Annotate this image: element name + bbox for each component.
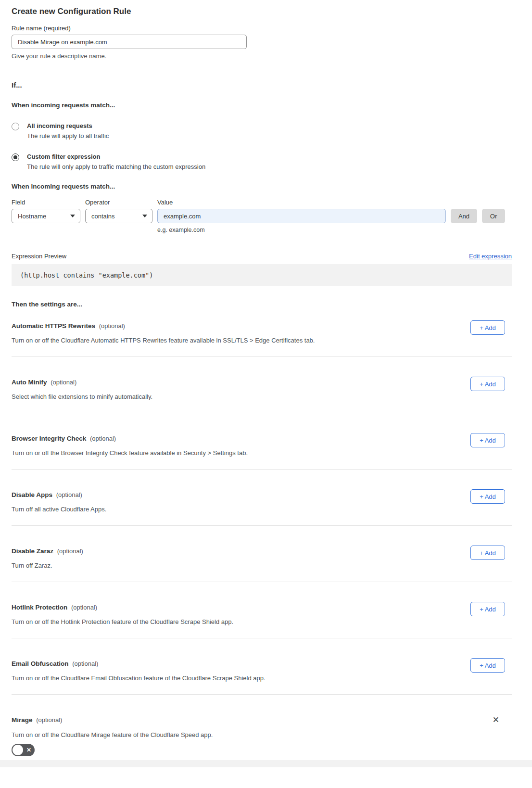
setting-description: Select which file extensions to minify a… [12, 393, 152, 400]
rule-name-helper: Give your rule a descriptive name. [12, 52, 512, 60]
setting-optional-tag: (optional) [72, 660, 98, 667]
expression-preview-code: (http.host contains "example.com") [12, 264, 512, 286]
and-button[interactable]: And [451, 209, 477, 223]
add-button[interactable]: + Add [470, 546, 505, 560]
setting-name: Mirage [12, 716, 33, 724]
expression-builder-row: Field Operator Value Hostname contains A… [12, 199, 512, 233]
radio-option-label: Custom filter expression [27, 153, 205, 160]
rule-name-label: Rule name (required) [12, 25, 512, 32]
mirage-toggle-off[interactable]: ✕ [12, 744, 35, 756]
setting-description: Turn off all active Cloudflare Apps. [12, 506, 106, 513]
builder-heading: When incoming requests match... [12, 183, 512, 190]
radio-option-description: The rule will only apply to traffic matc… [27, 163, 205, 170]
toggle-knob [13, 745, 23, 755]
setting-title: Email Obfuscation (optional) [12, 660, 266, 667]
value-label: Value [157, 199, 446, 206]
add-button[interactable]: + Add [470, 489, 505, 504]
setting-description: Turn on or off the Cloudflare Automatic … [12, 337, 315, 344]
setting-optional-tag: (optional) [90, 435, 116, 442]
field-label: Field [12, 199, 80, 206]
setting-optional-tag: (optional) [51, 379, 76, 386]
setting-description: Turn on or off the Hotlink Protection fe… [12, 618, 233, 625]
value-hint: e.g. example.com [157, 227, 446, 233]
setting-name: Email Obfuscation [12, 660, 69, 667]
expression-preview-label: Expression Preview [12, 253, 66, 260]
setting-title: Browser Integrity Check (optional) [12, 435, 248, 442]
setting-title: Disable Apps (optional) [12, 491, 106, 498]
add-button[interactable]: + Add [470, 377, 505, 391]
setting-optional-tag: (optional) [56, 491, 82, 498]
setting-optional-tag: (optional) [36, 716, 62, 724]
field-select-value: Hostname [18, 213, 46, 220]
setting-optional-tag: (optional) [99, 322, 125, 330]
chevron-down-icon [142, 215, 147, 217]
setting-description: Turn off Zaraz. [12, 562, 83, 569]
setting-section: Disable Apps (optional) Turn off all act… [12, 470, 512, 526]
setting-section: Email Obfuscation (optional) Turn on or … [12, 638, 512, 695]
page-title: Create new Configuration Rule [12, 7, 512, 16]
setting-name: Auto Minify [12, 379, 47, 386]
radio-button-selected[interactable] [12, 153, 19, 161]
radio-button[interactable] [12, 123, 19, 130]
radio-option-label: All incoming requests [27, 122, 109, 129]
chevron-down-icon [70, 215, 75, 217]
setting-section: Auto Minify (optional) Select which file… [12, 357, 512, 413]
close-x-icon[interactable]: ✕ [493, 716, 499, 724]
setting-title: Disable Zaraz (optional) [12, 547, 83, 555]
section-divider [12, 70, 512, 70]
add-button[interactable]: + Add [470, 320, 505, 335]
footer-band [0, 760, 532, 767]
create-rule-form: Create new Configuration Rule Rule name … [0, 7, 532, 756]
field-select[interactable]: Hostname [12, 209, 80, 223]
setting-description: Turn on or off the Cloudflare Mirage fea… [12, 731, 512, 738]
if-heading: If... [12, 81, 512, 89]
value-input[interactable] [157, 209, 446, 223]
setting-description: Turn on or off the Browser Integrity Che… [12, 449, 248, 457]
or-button[interactable]: Or [482, 209, 505, 223]
radio-option-row: Custom filter expression The rule will o… [12, 153, 512, 170]
setting-name: Automatic HTTPS Rewrites [12, 322, 95, 330]
setting-name: Disable Zaraz [12, 547, 53, 555]
settings-list: Automatic HTTPS Rewrites (optional) Turn… [12, 308, 512, 695]
rule-name-input[interactable] [12, 35, 247, 49]
setting-section: Disable Zaraz (optional) Turn off Zaraz.… [12, 526, 512, 582]
setting-name: Disable Apps [12, 491, 52, 498]
radio-option-row: All incoming requests The rule will appl… [12, 122, 512, 140]
setting-optional-tag: (optional) [71, 604, 97, 611]
setting-title: Auto Minify (optional) [12, 379, 152, 386]
operator-label: Operator [85, 199, 152, 206]
setting-section: Hotlink Protection (optional) Turn on or… [12, 582, 512, 638]
setting-section: Browser Integrity Check (optional) Turn … [12, 413, 512, 470]
setting-title: Hotlink Protection (optional) [12, 604, 233, 611]
setting-section-mirage: Mirage (optional) ✕ Turn on or off the C… [12, 695, 512, 756]
operator-select-value: contains [91, 213, 114, 220]
setting-title: Automatic HTTPS Rewrites (optional) [12, 322, 315, 330]
match-type-radio-group: All incoming requests The rule will appl… [12, 122, 512, 170]
setting-name: Hotlink Protection [12, 604, 67, 611]
then-heading: Then the settings are... [12, 301, 512, 308]
setting-description: Turn on or off the Cloudflare Email Obfu… [12, 674, 266, 682]
radio-option-description: The rule will apply to all traffic [27, 132, 109, 140]
match-subheading: When incoming requests match... [12, 102, 512, 109]
setting-title: Mirage (optional) [12, 716, 62, 724]
operator-select[interactable]: contains [85, 209, 152, 223]
edit-expression-link[interactable]: Edit expression [469, 253, 512, 260]
setting-optional-tag: (optional) [57, 547, 83, 555]
add-button[interactable]: + Add [470, 658, 505, 673]
setting-section: Automatic HTTPS Rewrites (optional) Turn… [12, 308, 512, 357]
add-button[interactable]: + Add [470, 602, 505, 616]
add-button[interactable]: + Add [470, 433, 505, 447]
toggle-off-x-icon: ✕ [26, 747, 31, 753]
setting-name: Browser Integrity Check [12, 435, 86, 442]
